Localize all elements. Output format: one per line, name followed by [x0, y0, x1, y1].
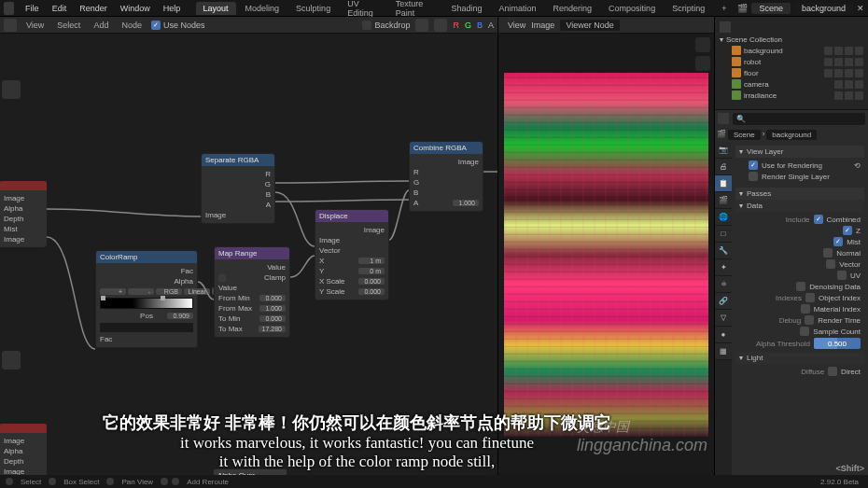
- pass-mist[interactable]: [833, 237, 843, 246]
- ptab-modifier[interactable]: 🔧: [715, 243, 732, 259]
- hand-icon[interactable]: [695, 56, 710, 71]
- ptab-object[interactable]: □: [715, 226, 732, 243]
- workspace-tab-modeling[interactable]: Modeling: [238, 2, 287, 15]
- section-viewlayer[interactable]: ▾ View Layer: [735, 146, 864, 158]
- search-input[interactable]: 🔍: [733, 113, 865, 125]
- pass-uv[interactable]: [837, 271, 847, 280]
- props-type-icon[interactable]: [718, 113, 729, 124]
- scene-field[interactable]: Scene: [751, 3, 791, 14]
- colorramp-node[interactable]: ColorRamp Fac Alpha + - RGB Linear ▾ Pos…: [95, 250, 198, 348]
- use-nodes-toggle[interactable]: ✓Use Nodes: [151, 21, 205, 30]
- magnify-icon[interactable]: [695, 37, 710, 52]
- menu-help[interactable]: Help: [158, 2, 187, 15]
- image-viewport[interactable]: [498, 34, 714, 475]
- image-editor: View Image Viewer Node: [497, 17, 714, 475]
- pass-denoising[interactable]: [796, 282, 805, 291]
- hdr-node[interactable]: Node: [118, 20, 146, 31]
- outliner-type-icon[interactable]: [720, 21, 731, 33]
- pass-vector[interactable]: [826, 259, 835, 269]
- ptab-constraint[interactable]: 🔗: [715, 293, 732, 310]
- ptab-data[interactable]: ▽: [715, 310, 732, 327]
- outliner-item[interactable]: irradiance: [718, 90, 865, 101]
- pass-combined[interactable]: [814, 215, 823, 224]
- workspace-tab-rendering[interactable]: Rendering: [546, 2, 600, 15]
- img-image[interactable]: Image: [531, 21, 554, 30]
- channel-c[interactable]: [415, 19, 428, 32]
- ptab-texture[interactable]: ▦: [715, 343, 732, 360]
- idx-material[interactable]: [801, 304, 810, 314]
- menu-edit[interactable]: Edit: [47, 2, 73, 15]
- outliner-item[interactable]: floor: [718, 67, 865, 78]
- use-for-rendering-toggle[interactable]: Use for Rendering⟲: [749, 160, 861, 171]
- outliner-item[interactable]: robot: [718, 56, 865, 67]
- shift-hint: <Shift>: [835, 464, 864, 473]
- outliner[interactable]: ▾Scene Collection background robot floor…: [715, 17, 868, 110]
- map-range-node[interactable]: Map Range Value Clamp Value From Min0.00…: [214, 246, 290, 338]
- hdr-add[interactable]: Add: [90, 20, 112, 31]
- workspace-tab-scripting[interactable]: Scripting: [665, 2, 712, 15]
- ptab-world[interactable]: 🌐: [715, 209, 732, 226]
- image-editor-header: View Image Viewer Node: [498, 17, 714, 34]
- alpha-threshold-slider[interactable]: 0.500: [814, 338, 861, 349]
- mouse-icon: [49, 478, 56, 485]
- img-view[interactable]: View: [508, 21, 525, 30]
- channel-a[interactable]: A: [488, 21, 494, 30]
- tool-select-icon[interactable]: [2, 80, 21, 99]
- view-layer-field[interactable]: background: [794, 3, 853, 14]
- crumb-layer[interactable]: background: [766, 130, 817, 140]
- mouse-icon: [106, 478, 114, 485]
- section-passes[interactable]: ▾ Passes: [735, 188, 864, 200]
- separate-rgba-node[interactable]: Separate RGBA R G B A Image: [201, 153, 275, 224]
- blender-logo-icon[interactable]: [4, 2, 14, 15]
- pass-z[interactable]: [843, 226, 852, 235]
- render-single-layer-toggle[interactable]: Render Single Layer: [749, 171, 861, 182]
- dbg-rendertime[interactable]: [805, 315, 814, 325]
- render-layers-node-bottom[interactable]: Image Alpha Depth Image: [0, 424, 47, 475]
- ptab-output[interactable]: 🖨: [715, 159, 732, 175]
- colorramp-gradient[interactable]: [100, 298, 193, 309]
- crumb-scene[interactable]: Scene: [728, 130, 761, 140]
- close-icon[interactable]: ✕: [857, 4, 864, 13]
- workspace-tab-sculpting[interactable]: Sculpting: [288, 2, 338, 15]
- workspace-tab-layout[interactable]: Layout: [196, 2, 236, 15]
- channel-b[interactable]: B: [477, 21, 483, 30]
- channel-r[interactable]: R: [453, 21, 459, 30]
- outliner-item[interactable]: camera: [718, 78, 865, 90]
- menu-file[interactable]: File: [20, 2, 45, 15]
- combine-rgba-node[interactable]: Combine RGBA Image R G B A1.000: [409, 141, 483, 212]
- displace-node[interactable]: Displace Image Image Vector X1 m Y0 m X …: [315, 209, 389, 300]
- menu-render[interactable]: Render: [74, 2, 113, 15]
- ptab-particle[interactable]: ✦: [715, 259, 732, 276]
- backdrop-toggle[interactable]: Backdrop: [362, 21, 410, 30]
- channel-g[interactable]: G: [465, 21, 471, 30]
- workspace-tab-compositing[interactable]: Compositing: [601, 2, 663, 15]
- editor-type-icon[interactable]: [4, 19, 17, 32]
- ptab-material[interactable]: ●: [715, 327, 732, 343]
- mouse-icon: [161, 478, 168, 485]
- section-light[interactable]: ▾ Light: [735, 352, 864, 364]
- ptab-physics[interactable]: ⚛: [715, 276, 732, 293]
- pass-normal[interactable]: [823, 248, 833, 258]
- compositor-editor[interactable]: View Select Add Node ✓Use Nodes Backdrop…: [0, 17, 497, 475]
- hdr-view[interactable]: View: [22, 20, 48, 31]
- tool-icon[interactable]: [2, 351, 21, 369]
- workspace-tab-add[interactable]: +: [714, 2, 734, 15]
- ptab-scene[interactable]: 🎬: [715, 192, 732, 209]
- ptab-viewlayer[interactable]: 📋: [715, 175, 732, 192]
- alpha-over-node[interactable]: Alpha Over: [213, 468, 287, 475]
- hdr-select[interactable]: Select: [53, 20, 84, 31]
- idx-object[interactable]: [805, 293, 815, 302]
- ptab-render[interactable]: 📷: [715, 142, 732, 159]
- workspace-tab-shading[interactable]: Shading: [444, 2, 490, 15]
- channel-l[interactable]: [434, 19, 447, 32]
- mouse-icon: [6, 478, 13, 485]
- outliner-collection[interactable]: ▾Scene Collection: [718, 35, 865, 45]
- outliner-item[interactable]: background: [718, 45, 865, 56]
- section-data[interactable]: ▾ Data: [735, 200, 864, 212]
- menu-window[interactable]: Window: [115, 2, 156, 15]
- image-dropdown[interactable]: Viewer Node: [560, 20, 619, 31]
- dbg-samplecount[interactable]: [800, 327, 809, 336]
- workspace-tab-animation[interactable]: Animation: [492, 2, 544, 15]
- diffuse-direct[interactable]: [828, 367, 837, 376]
- render-layers-node-top[interactable]: Image Alpha Depth Mist Image: [0, 181, 47, 247]
